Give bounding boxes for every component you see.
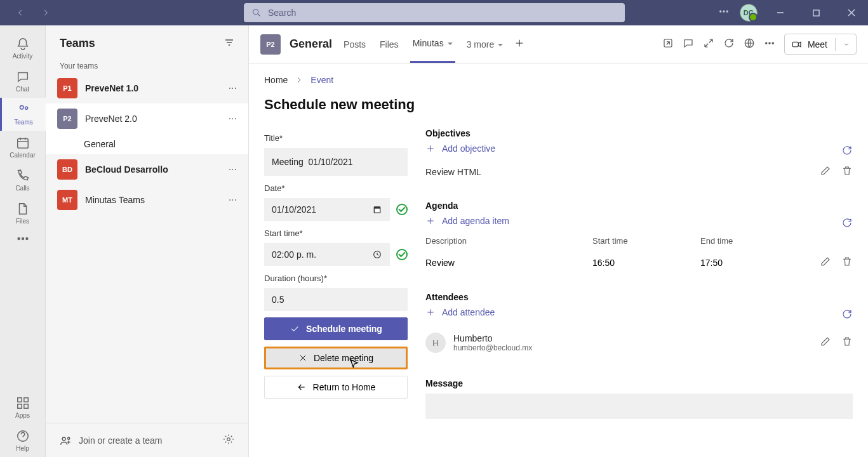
team-label: BeCloud Desarrollo [85,164,221,175]
attendee-row: H Humberto humberto@becloud.mx [425,324,853,362]
svg-point-1 [720,11,721,12]
edit-icon[interactable] [820,165,831,179]
rail-calendar[interactable]: Calendar [0,131,46,164]
edit-icon[interactable] [820,256,831,269]
avatar[interactable]: DG [740,4,758,22]
rail-help[interactable]: Help [0,424,46,457]
reload-icon[interactable] [723,37,735,51]
refresh-icon[interactable] [841,217,853,231]
svg-point-17 [68,437,70,439]
svg-point-8 [18,238,20,240]
tab-posts[interactable]: Posts [341,27,368,62]
back-button[interactable] [11,4,29,22]
agenda-title: Agenda [425,201,853,211]
svg-rect-11 [17,398,21,402]
expand-icon[interactable] [703,37,714,51]
team-badge: P1 [57,78,77,98]
page-title: Schedule new meeting [264,96,853,113]
rail-teams[interactable]: Teams [0,98,46,131]
team-label: PreveNet 1.0 [85,83,221,93]
team-badge: BD [57,159,77,180]
svg-rect-13 [17,404,21,408]
minimize-button[interactable] [768,0,793,25]
svg-point-22 [769,42,770,43]
objective-row: Review HTML [425,160,853,184]
x-icon [298,354,307,362]
rail-calls[interactable]: Calls [0,164,46,197]
team-badge: P2 [57,109,77,129]
add-agenda[interactable]: Add agenda item [425,216,509,226]
settings-icon[interactable] [223,434,234,447]
delete-icon[interactable] [841,336,853,350]
search-placeholder: Search [268,8,296,18]
objectives-title: Objectives [425,128,853,138]
team-more-icon[interactable]: ··· [229,194,237,206]
join-create-team[interactable]: Join or create a team [60,434,163,447]
channel-title: General [290,37,332,51]
svg-point-6 [25,107,28,109]
team-row[interactable]: BD BeCloud Desarrollo ··· [46,154,248,185]
channel-general[interactable]: General [46,134,248,154]
delete-button[interactable]: Delete meeting [264,347,408,369]
schedule-button[interactable]: Schedule meeting [264,317,408,340]
delete-icon[interactable] [841,256,853,269]
add-tab-button[interactable] [514,38,524,51]
svg-rect-4 [813,10,818,15]
rail-files[interactable]: Files [0,197,46,230]
rail-chat[interactable]: Chat [0,65,46,98]
person-avatar: H [425,333,446,353]
more-icon[interactable] [718,6,730,20]
rail-more[interactable] [0,230,46,249]
tab-files[interactable]: Files [377,27,401,62]
svg-point-9 [22,238,23,240]
maximize-button[interactable] [803,0,829,25]
refresh-icon[interactable] [841,308,853,322]
channel-header: P2 General Posts Files Minutas 3 more Me… [249,25,868,63]
duration-input[interactable] [264,288,408,311]
svg-point-3 [726,11,728,12]
search-box[interactable]: Search [244,3,625,22]
start-input[interactable]: 02:00 p. m. [264,243,390,266]
tab-more[interactable]: 3 more [464,27,506,62]
title-input[interactable] [264,148,408,176]
tab-minutas[interactable]: Minutas [410,25,455,63]
team-more-icon[interactable]: ··· [229,113,237,124]
svg-rect-12 [23,398,27,402]
clock-icon[interactable] [372,249,382,260]
add-objective[interactable]: Add objective [425,143,495,154]
refresh-icon[interactable] [841,145,853,159]
rail-activity[interactable]: Activity [0,32,46,65]
crumb-event[interactable]: Event [310,75,333,85]
date-input[interactable]: 01/10/2021 [264,198,390,221]
svg-point-5 [20,106,24,110]
team-row[interactable]: P1 PreveNet 1.0 ··· [46,73,248,103]
video-icon [791,39,803,50]
team-more-icon[interactable]: ··· [229,83,237,94]
calendar-icon[interactable] [372,204,382,215]
filter-icon[interactable] [224,37,234,50]
globe-icon[interactable] [744,37,755,51]
agenda-row: Review 16:50 17:50 [425,249,853,275]
crumb-home[interactable]: Home [264,75,288,85]
rail-apps[interactable]: Apps [0,391,46,424]
team-more-icon[interactable]: ··· [229,164,237,175]
conversation-icon[interactable] [683,37,694,51]
tab-app-icon[interactable] [662,37,674,51]
team-row[interactable]: MT Minutas Teams ··· [46,185,248,215]
svg-point-10 [25,238,27,240]
more-icon[interactable] [764,37,775,51]
message-input[interactable] [425,394,853,419]
team-row[interactable]: P2 PreveNet 2.0 ··· [46,103,248,134]
close-button[interactable] [839,0,864,25]
svg-rect-26 [375,208,380,212]
delete-icon[interactable] [841,165,853,179]
forward-button[interactable] [37,4,55,22]
svg-rect-14 [23,404,27,408]
chevron-right-icon [295,76,303,84]
edit-icon[interactable] [820,336,831,350]
return-button[interactable]: Return to Home [264,376,408,399]
meet-button[interactable]: Meet [784,34,857,55]
add-attendee[interactable]: Add attendee [425,307,495,317]
svg-point-18 [227,438,230,441]
svg-point-21 [766,42,767,43]
